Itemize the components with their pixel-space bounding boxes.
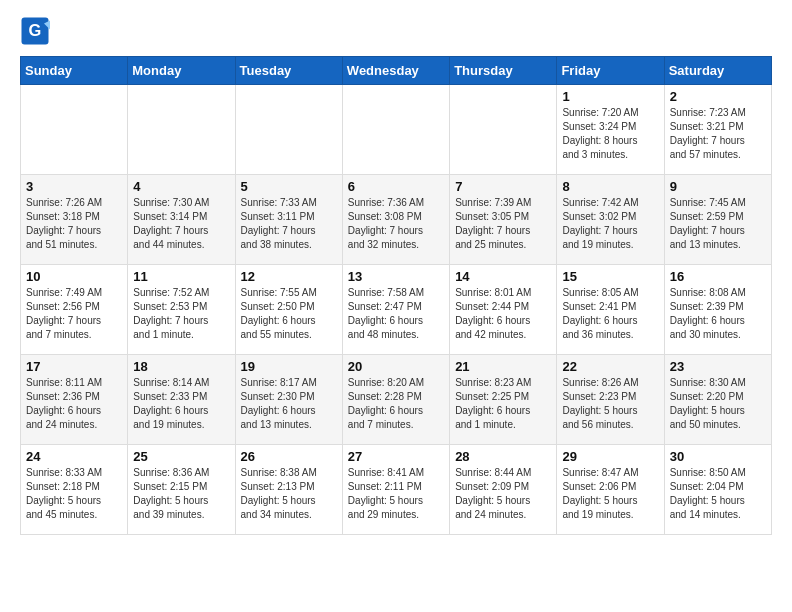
day-number: 1 [562,89,658,104]
calendar-header-row: SundayMondayTuesdayWednesdayThursdayFrid… [21,57,772,85]
calendar-cell [128,85,235,175]
day-info: Sunrise: 8:30 AM Sunset: 2:20 PM Dayligh… [670,376,766,432]
calendar-cell: 18Sunrise: 8:14 AM Sunset: 2:33 PM Dayli… [128,355,235,445]
day-number: 21 [455,359,551,374]
day-number: 29 [562,449,658,464]
day-number: 15 [562,269,658,284]
day-info: Sunrise: 8:20 AM Sunset: 2:28 PM Dayligh… [348,376,444,432]
day-number: 2 [670,89,766,104]
calendar-cell: 12Sunrise: 7:55 AM Sunset: 2:50 PM Dayli… [235,265,342,355]
svg-text:G: G [29,21,42,39]
day-info: Sunrise: 8:01 AM Sunset: 2:44 PM Dayligh… [455,286,551,342]
day-info: Sunrise: 7:23 AM Sunset: 3:21 PM Dayligh… [670,106,766,162]
calendar-cell: 10Sunrise: 7:49 AM Sunset: 2:56 PM Dayli… [21,265,128,355]
day-info: Sunrise: 8:17 AM Sunset: 2:30 PM Dayligh… [241,376,337,432]
calendar-cell: 25Sunrise: 8:36 AM Sunset: 2:15 PM Dayli… [128,445,235,535]
day-info: Sunrise: 8:36 AM Sunset: 2:15 PM Dayligh… [133,466,229,522]
day-info: Sunrise: 7:26 AM Sunset: 3:18 PM Dayligh… [26,196,122,252]
day-number: 23 [670,359,766,374]
day-number: 28 [455,449,551,464]
calendar-cell [21,85,128,175]
day-number: 10 [26,269,122,284]
calendar-week-row: 3Sunrise: 7:26 AM Sunset: 3:18 PM Daylig… [21,175,772,265]
weekday-header: Thursday [450,57,557,85]
weekday-header: Monday [128,57,235,85]
calendar-cell: 16Sunrise: 8:08 AM Sunset: 2:39 PM Dayli… [664,265,771,355]
day-info: Sunrise: 8:41 AM Sunset: 2:11 PM Dayligh… [348,466,444,522]
day-number: 7 [455,179,551,194]
day-info: Sunrise: 8:47 AM Sunset: 2:06 PM Dayligh… [562,466,658,522]
calendar-cell: 9Sunrise: 7:45 AM Sunset: 2:59 PM Daylig… [664,175,771,265]
calendar-cell [235,85,342,175]
day-number: 24 [26,449,122,464]
day-info: Sunrise: 7:30 AM Sunset: 3:14 PM Dayligh… [133,196,229,252]
day-info: Sunrise: 7:52 AM Sunset: 2:53 PM Dayligh… [133,286,229,342]
day-number: 11 [133,269,229,284]
calendar-cell: 23Sunrise: 8:30 AM Sunset: 2:20 PM Dayli… [664,355,771,445]
day-number: 4 [133,179,229,194]
weekday-header: Wednesday [342,57,449,85]
day-number: 27 [348,449,444,464]
day-info: Sunrise: 7:33 AM Sunset: 3:11 PM Dayligh… [241,196,337,252]
day-number: 20 [348,359,444,374]
day-info: Sunrise: 7:58 AM Sunset: 2:47 PM Dayligh… [348,286,444,342]
day-info: Sunrise: 8:14 AM Sunset: 2:33 PM Dayligh… [133,376,229,432]
calendar-cell: 6Sunrise: 7:36 AM Sunset: 3:08 PM Daylig… [342,175,449,265]
weekday-header: Tuesday [235,57,342,85]
day-info: Sunrise: 8:44 AM Sunset: 2:09 PM Dayligh… [455,466,551,522]
calendar-cell: 15Sunrise: 8:05 AM Sunset: 2:41 PM Dayli… [557,265,664,355]
calendar-cell: 13Sunrise: 7:58 AM Sunset: 2:47 PM Dayli… [342,265,449,355]
day-number: 19 [241,359,337,374]
calendar-cell: 8Sunrise: 7:42 AM Sunset: 3:02 PM Daylig… [557,175,664,265]
calendar-cell: 11Sunrise: 7:52 AM Sunset: 2:53 PM Dayli… [128,265,235,355]
weekday-header: Saturday [664,57,771,85]
day-info: Sunrise: 7:42 AM Sunset: 3:02 PM Dayligh… [562,196,658,252]
calendar-cell: 14Sunrise: 8:01 AM Sunset: 2:44 PM Dayli… [450,265,557,355]
day-info: Sunrise: 7:36 AM Sunset: 3:08 PM Dayligh… [348,196,444,252]
day-number: 5 [241,179,337,194]
calendar-cell: 30Sunrise: 8:50 AM Sunset: 2:04 PM Dayli… [664,445,771,535]
day-number: 3 [26,179,122,194]
day-number: 22 [562,359,658,374]
day-number: 14 [455,269,551,284]
calendar-cell: 26Sunrise: 8:38 AM Sunset: 2:13 PM Dayli… [235,445,342,535]
day-number: 16 [670,269,766,284]
day-number: 30 [670,449,766,464]
calendar-week-row: 1Sunrise: 7:20 AM Sunset: 3:24 PM Daylig… [21,85,772,175]
day-info: Sunrise: 8:23 AM Sunset: 2:25 PM Dayligh… [455,376,551,432]
calendar-cell: 29Sunrise: 8:47 AM Sunset: 2:06 PM Dayli… [557,445,664,535]
calendar-cell: 20Sunrise: 8:20 AM Sunset: 2:28 PM Dayli… [342,355,449,445]
calendar-cell: 2Sunrise: 7:23 AM Sunset: 3:21 PM Daylig… [664,85,771,175]
header: G [20,16,772,46]
day-info: Sunrise: 8:50 AM Sunset: 2:04 PM Dayligh… [670,466,766,522]
day-info: Sunrise: 7:49 AM Sunset: 2:56 PM Dayligh… [26,286,122,342]
calendar-cell: 19Sunrise: 8:17 AM Sunset: 2:30 PM Dayli… [235,355,342,445]
day-number: 17 [26,359,122,374]
day-info: Sunrise: 8:11 AM Sunset: 2:36 PM Dayligh… [26,376,122,432]
calendar-week-row: 24Sunrise: 8:33 AM Sunset: 2:18 PM Dayli… [21,445,772,535]
day-info: Sunrise: 7:39 AM Sunset: 3:05 PM Dayligh… [455,196,551,252]
calendar-cell: 21Sunrise: 8:23 AM Sunset: 2:25 PM Dayli… [450,355,557,445]
calendar-cell: 5Sunrise: 7:33 AM Sunset: 3:11 PM Daylig… [235,175,342,265]
day-info: Sunrise: 8:38 AM Sunset: 2:13 PM Dayligh… [241,466,337,522]
logo-icon: G [20,16,50,46]
calendar-cell: 17Sunrise: 8:11 AM Sunset: 2:36 PM Dayli… [21,355,128,445]
calendar-cell [342,85,449,175]
calendar-cell [450,85,557,175]
weekday-header: Sunday [21,57,128,85]
calendar-cell: 1Sunrise: 7:20 AM Sunset: 3:24 PM Daylig… [557,85,664,175]
day-number: 9 [670,179,766,194]
calendar: SundayMondayTuesdayWednesdayThursdayFrid… [20,56,772,535]
day-number: 12 [241,269,337,284]
calendar-cell: 27Sunrise: 8:41 AM Sunset: 2:11 PM Dayli… [342,445,449,535]
calendar-week-row: 17Sunrise: 8:11 AM Sunset: 2:36 PM Dayli… [21,355,772,445]
day-number: 18 [133,359,229,374]
calendar-cell: 4Sunrise: 7:30 AM Sunset: 3:14 PM Daylig… [128,175,235,265]
day-number: 26 [241,449,337,464]
calendar-week-row: 10Sunrise: 7:49 AM Sunset: 2:56 PM Dayli… [21,265,772,355]
day-number: 6 [348,179,444,194]
calendar-cell: 28Sunrise: 8:44 AM Sunset: 2:09 PM Dayli… [450,445,557,535]
logo: G [20,16,54,46]
calendar-cell: 22Sunrise: 8:26 AM Sunset: 2:23 PM Dayli… [557,355,664,445]
day-info: Sunrise: 8:05 AM Sunset: 2:41 PM Dayligh… [562,286,658,342]
